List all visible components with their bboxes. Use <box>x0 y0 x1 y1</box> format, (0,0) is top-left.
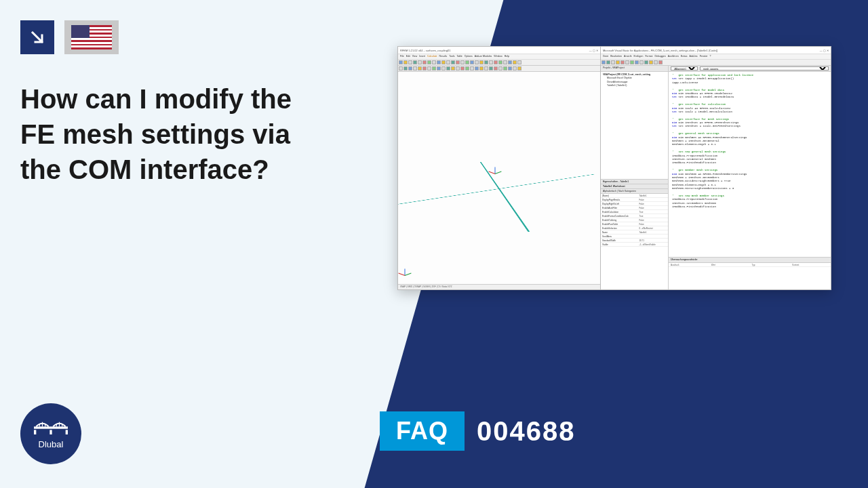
tool-icon[interactable] <box>470 60 474 64</box>
tool-icon[interactable] <box>601 60 606 64</box>
tool-icon[interactable] <box>658 60 663 64</box>
tool-icon[interactable] <box>479 66 484 70</box>
tool-icon[interactable] <box>403 60 408 64</box>
tool-icon[interactable] <box>639 60 644 64</box>
tool-icon[interactable] <box>611 60 615 64</box>
window-controls-icon[interactable]: — ▢ ✕ <box>589 49 598 52</box>
vba-menubar[interactable]: Datei Bearbeiten Ansicht Einfügen Format… <box>601 54 831 60</box>
tool-icon[interactable] <box>418 66 422 70</box>
vba-menu-item[interactable]: Datei <box>603 55 608 58</box>
watch-grid[interactable]: Ausdruck Wert Typ Kontext <box>669 263 831 289</box>
properties-tabs[interactable]: Alphabetisch | Nach Kategorien <box>601 189 668 194</box>
tool-icon[interactable] <box>654 60 658 64</box>
rfem-menu-item[interactable]: Insert <box>419 55 425 58</box>
tool-icon[interactable] <box>625 60 629 64</box>
tool-icon[interactable] <box>620 60 625 64</box>
tool-icon[interactable] <box>399 60 403 64</box>
tool-icon[interactable] <box>451 60 455 64</box>
tool-icon[interactable] <box>649 60 653 64</box>
tool-icon[interactable] <box>513 60 517 64</box>
vba-toolbar[interactable] <box>601 60 831 66</box>
tool-icon[interactable] <box>494 66 498 70</box>
tool-icon[interactable] <box>644 60 648 64</box>
tool-icon[interactable] <box>517 60 521 64</box>
tool-icon[interactable] <box>503 66 507 70</box>
object-combo[interactable]: (Allgemein) <box>671 66 698 70</box>
tool-icon[interactable] <box>630 60 634 64</box>
rfem-menubar[interactable]: File Edit View Insert Calculate Results … <box>398 54 600 60</box>
tool-icon[interactable] <box>498 60 502 64</box>
tool-icon[interactable] <box>408 60 412 64</box>
vba-menu-item[interactable]: Fenster <box>700 55 708 58</box>
tool-icon[interactable] <box>422 66 427 70</box>
vba-menu-item[interactable]: Ansicht <box>624 55 631 58</box>
tool-icon[interactable] <box>484 66 488 70</box>
tool-icon[interactable] <box>432 66 436 70</box>
vba-menu-item[interactable]: Format <box>645 55 652 58</box>
tool-icon[interactable] <box>616 60 620 64</box>
tool-icon[interactable] <box>508 60 512 64</box>
proc-combo[interactable]: mesh_params <box>700 66 829 70</box>
tool-icon[interactable] <box>441 60 446 64</box>
rfem-menu-item[interactable]: Results <box>439 55 448 58</box>
vba-menu-item[interactable]: Debuggen <box>655 55 666 58</box>
tool-icon[interactable] <box>413 60 417 64</box>
tool-icon[interactable] <box>503 60 507 64</box>
rfem-titlebar[interactable]: RFEM 5.21.02 x64 – surfaces_coupling01 —… <box>398 47 600 54</box>
vba-menu-item[interactable]: Bearbeiten <box>610 55 622 58</box>
rfem-menu-item[interactable]: Edit <box>406 55 410 58</box>
tool-icon[interactable] <box>465 66 469 70</box>
tree-node[interactable]: Tabelle1 (Tabelle1) <box>603 84 666 87</box>
vba-titlebar[interactable]: Microsoft Visual Basic for Applications … <box>601 47 831 54</box>
tool-icon[interactable] <box>446 66 450 70</box>
tool-icon[interactable] <box>408 66 412 70</box>
tool-icon[interactable] <box>470 66 474 70</box>
tool-icon[interactable] <box>498 66 502 70</box>
vba-menu-item[interactable]: ? <box>710 55 711 58</box>
vba-menu-item[interactable]: Add-Ins <box>690 55 698 58</box>
tool-icon[interactable] <box>475 60 479 64</box>
tool-icon[interactable] <box>399 66 403 70</box>
tool-icon[interactable] <box>475 66 479 70</box>
tool-icon[interactable] <box>441 66 446 70</box>
vba-menu-item[interactable]: Extras <box>681 55 688 58</box>
tool-icon[interactable] <box>460 66 465 70</box>
vba-menu-item[interactable]: Ausführen <box>668 55 679 58</box>
tool-icon[interactable] <box>494 60 498 64</box>
rfem-viewport[interactable] <box>398 72 600 284</box>
rfem-menu-item[interactable]: Window <box>494 55 502 58</box>
properties-grid[interactable]: (Name)Tabelle1DisplayPageBreaksFalseDisp… <box>601 194 668 289</box>
tool-icon[interactable] <box>489 60 493 64</box>
tool-icon[interactable] <box>508 66 512 70</box>
rfem-toolbar-1[interactable] <box>398 60 600 66</box>
rfem-menu-item[interactable]: Tools <box>449 55 454 58</box>
tool-icon[interactable] <box>437 60 441 64</box>
window-controls-icon[interactable]: — ▢ ✕ <box>820 49 829 52</box>
tool-icon[interactable] <box>489 66 493 70</box>
tool-icon[interactable] <box>403 66 408 70</box>
rfem-menu-item[interactable]: Table <box>456 55 462 58</box>
tool-icon[interactable] <box>513 66 517 70</box>
tool-icon[interactable] <box>427 60 431 64</box>
tool-icon[interactable] <box>635 60 639 64</box>
tool-icon[interactable] <box>418 60 422 64</box>
tool-icon[interactable] <box>451 66 455 70</box>
tool-icon[interactable] <box>422 60 427 64</box>
code-editor[interactable]: ' get interface for application and lock… <box>669 72 831 257</box>
tool-icon[interactable] <box>456 66 460 70</box>
rfem-toolbar-2[interactable] <box>398 66 600 72</box>
project-tree[interactable]: VBAProject (RF-COM_5-set_mesh_setting Mi… <box>601 72 668 179</box>
rfem-menu-item[interactable]: File <box>400 55 404 58</box>
rfem-menu-item[interactable]: Help <box>505 55 509 58</box>
tool-icon[interactable] <box>413 66 417 70</box>
rfem-menu-item-active[interactable]: Calculate <box>427 55 437 58</box>
tool-icon[interactable] <box>427 66 431 70</box>
rfem-menu-item[interactable]: Options <box>465 55 473 58</box>
rfem-menu-item[interactable]: View <box>412 55 418 58</box>
prop-row[interactable]: Visible-1 - xlSheetVisible <box>601 243 668 247</box>
tool-icon[interactable] <box>456 60 460 64</box>
tool-icon[interactable] <box>606 60 610 64</box>
tool-icon[interactable] <box>484 60 488 64</box>
tool-icon[interactable] <box>517 66 521 70</box>
tool-icon[interactable] <box>460 60 465 64</box>
